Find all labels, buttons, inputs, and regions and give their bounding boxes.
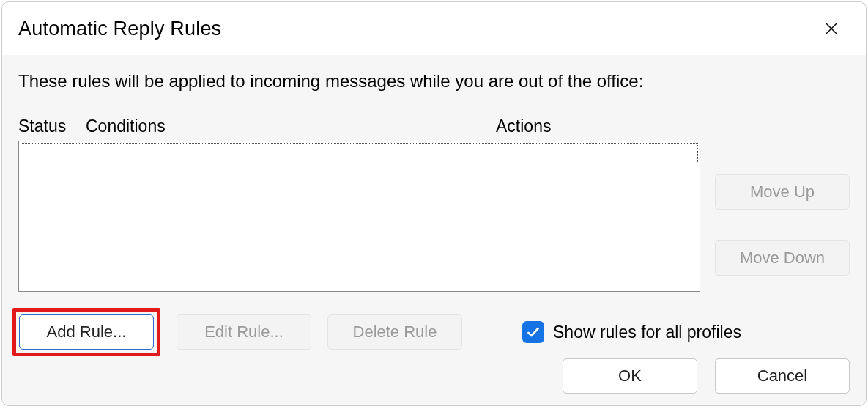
column-header-conditions: Conditions (86, 117, 496, 136)
add-rule-highlight: Add Rule... (12, 308, 160, 356)
edit-rule-button[interactable]: Edit Rule... (177, 314, 311, 350)
dialog-title: Automatic Reply Rules (18, 18, 221, 40)
rules-listbox[interactable] (18, 141, 700, 292)
rule-action-row: Add Rule... Edit Rule... Delete Rule Sho… (12, 308, 850, 356)
column-header-status: Status (18, 117, 86, 136)
dialog-body: These rules will be applied to incoming … (2, 55, 866, 405)
reorder-buttons: Move Up Move Down (700, 141, 850, 292)
ok-button[interactable]: OK (563, 358, 697, 394)
dialog-footer: OK Cancel (563, 358, 850, 394)
column-header-actions: Actions (496, 117, 850, 136)
show-all-profiles-label: Show rules for all profiles (553, 323, 741, 342)
show-all-profiles-checkbox[interactable] (522, 321, 544, 343)
delete-rule-button[interactable]: Delete Rule (327, 314, 462, 350)
show-all-profiles-wrap: Show rules for all profiles (522, 321, 741, 343)
titlebar: Automatic Reply Rules (2, 2, 866, 55)
close-button[interactable] (820, 18, 842, 40)
move-up-button[interactable]: Move Up (715, 174, 850, 210)
dialog-description: These rules will be applied to incoming … (18, 71, 850, 92)
close-icon (823, 21, 839, 37)
add-rule-button[interactable]: Add Rule... (19, 314, 154, 350)
cancel-button[interactable]: Cancel (715, 358, 850, 394)
automatic-reply-rules-dialog: Automatic Reply Rules These rules will b… (1, 1, 867, 406)
move-down-button[interactable]: Move Down (715, 240, 850, 276)
checkmark-icon (526, 325, 541, 339)
rules-listbox-selection (21, 143, 698, 163)
column-headers: Status Conditions Actions (18, 117, 850, 136)
